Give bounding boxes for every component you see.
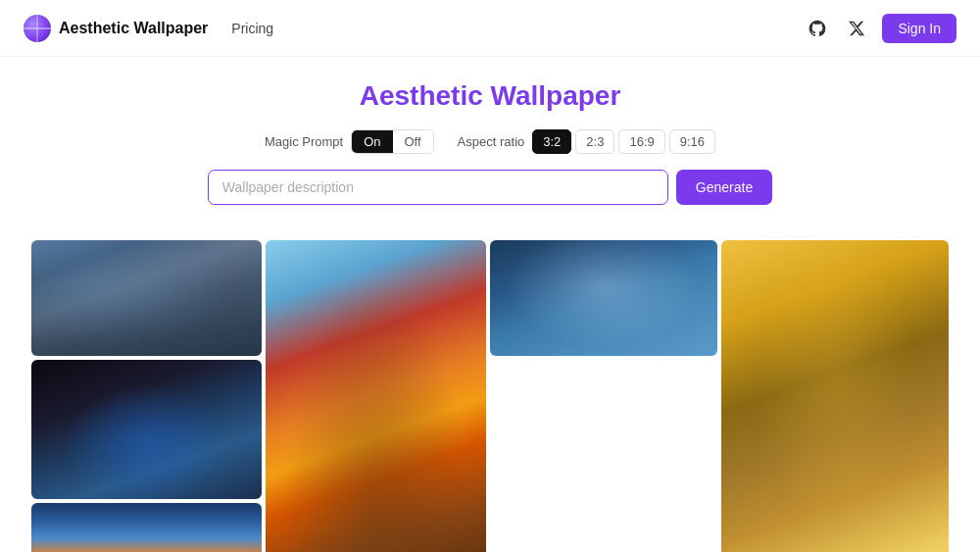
gallery-item-7[interactable] (721, 240, 949, 552)
header-right: Sign In (804, 14, 956, 43)
toggle-off-button[interactable]: Off (393, 130, 433, 153)
generate-button[interactable]: Generate (676, 170, 772, 205)
magic-prompt-toggle[interactable]: On Off (351, 129, 433, 154)
aspect-ratio-label: Aspect ratio (458, 134, 525, 149)
controls-bar: Magic Prompt On Off Aspect ratio 3:2 2:3… (16, 129, 964, 154)
gallery (0, 240, 980, 552)
header-left: Aesthetic Wallpaper Pricing (24, 15, 273, 42)
logo-area: Aesthetic Wallpaper (24, 15, 208, 42)
header: Aesthetic Wallpaper Pricing Sign In (0, 0, 980, 57)
magic-prompt-label: Magic Prompt (265, 134, 343, 149)
search-input[interactable] (208, 170, 668, 205)
hero-title: Aesthetic Wallpaper (16, 80, 964, 112)
ratio-3-2[interactable]: 3:2 (532, 129, 571, 154)
github-icon (808, 19, 827, 38)
nav-pricing[interactable]: Pricing (231, 21, 273, 36)
search-bar: Generate (16, 170, 964, 205)
github-link[interactable] (804, 15, 831, 42)
gallery-item-1[interactable] (31, 240, 262, 356)
magic-prompt-group: Magic Prompt On Off (265, 129, 434, 154)
hero-section: Aesthetic Wallpaper Magic Prompt On Off … (0, 57, 980, 240)
sign-in-button[interactable]: Sign In (882, 14, 956, 43)
gallery-item-5[interactable] (490, 240, 717, 356)
twitter-link[interactable] (843, 15, 870, 42)
gallery-item-2[interactable] (31, 360, 262, 499)
ratio-9-16[interactable]: 9:16 (669, 129, 715, 154)
gallery-item-4[interactable] (266, 240, 486, 552)
logo-title: Aesthetic Wallpaper (59, 20, 208, 37)
aspect-ratio-group: Aspect ratio 3:2 2:3 16:9 9:16 (458, 129, 715, 154)
toggle-on-button[interactable]: On (352, 130, 392, 153)
ratio-buttons: 3:2 2:3 16:9 9:16 (532, 129, 715, 154)
ratio-2-3[interactable]: 2:3 (575, 129, 614, 154)
gallery-item-6[interactable] (490, 360, 717, 552)
ratio-16-9[interactable]: 16:9 (618, 129, 664, 154)
twitter-icon (848, 20, 865, 37)
gallery-item-3[interactable] (31, 503, 262, 552)
logo-globe-icon (24, 15, 51, 42)
